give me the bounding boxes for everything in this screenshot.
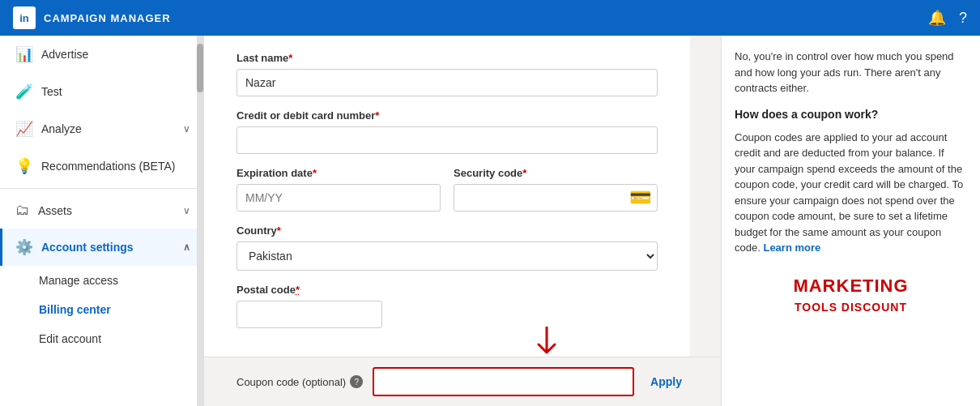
postal-code-label: Postal code* [236, 284, 658, 296]
account-settings-chevron-icon: ∧ [183, 241, 190, 253]
arrow-down-indicator [530, 327, 563, 365]
form-panel: Last name* Credit or debit card number* [204, 36, 690, 357]
security-code-wrapper: 💳 [454, 184, 658, 212]
form-and-coupon: Last name* Credit or debit card number* [204, 36, 721, 406]
linkedin-logo: in [13, 6, 36, 29]
postal-code-input[interactable] [236, 301, 382, 328]
main-layout: 📊 Advertise 🧪 Test 📈 Analyze ∨ 💡 Recomme… [0, 36, 980, 406]
last-name-group: Last name* [236, 52, 658, 96]
sidebar-item-assets[interactable]: 🗂 Assets ∨ [0, 192, 203, 229]
edit-account-label: Edit account [39, 332, 101, 345]
recommendations-icon: 💡 [15, 157, 33, 175]
sidebar-subitem-manage-access[interactable]: Manage access [0, 266, 203, 295]
expiration-group: Expiration date* [236, 167, 441, 212]
info-how-title: How does a coupon work? [735, 106, 967, 123]
assets-chevron-icon: ∨ [183, 205, 190, 216]
sidebar-label-account-settings: Account settings [41, 241, 134, 254]
sidebar-label-recommendations: Recommendations (BETA) [41, 160, 175, 173]
security-code-label: Security code* [454, 167, 658, 179]
sidebar-label-test: Test [41, 85, 62, 98]
account-settings-icon: ⚙️ [15, 238, 33, 256]
help-icon[interactable]: ? [959, 10, 967, 27]
expiration-label: Expiration date* [236, 167, 441, 179]
expiration-input[interactable] [236, 184, 441, 212]
top-navigation: in CAMPAIGN MANAGER 🔔 ? [0, 0, 980, 36]
apply-button[interactable]: Apply [644, 375, 688, 388]
security-code-input[interactable] [454, 184, 658, 212]
card-number-group: Credit or debit card number* [236, 109, 658, 154]
notification-icon[interactable]: 🔔 [928, 9, 946, 27]
app-title: CAMPAIGN MANAGER [44, 12, 171, 24]
marketing-badge: MARKETING TOOLS DISCOUNT [735, 272, 967, 316]
content-area: Last name* Credit or debit card number* [204, 36, 980, 406]
scrollbar-thumb[interactable] [197, 44, 203, 92]
sidebar-subitem-billing-center[interactable]: Billing center [0, 295, 203, 324]
sidebar-item-test[interactable]: 🧪 Test [0, 73, 203, 110]
learn-more-link[interactable]: Learn more [763, 241, 820, 254]
sidebar: 📊 Advertise 🧪 Test 📈 Analyze ∨ 💡 Recomme… [0, 36, 204, 406]
sidebar-divider [0, 188, 203, 189]
coupon-code-input[interactable] [373, 367, 634, 396]
sidebar-subitem-edit-account[interactable]: Edit account [0, 324, 203, 353]
analyze-chevron-icon: ∨ [183, 123, 190, 135]
coupon-input-wrapper [373, 367, 634, 396]
topnav-left: in CAMPAIGN MANAGER [13, 6, 171, 29]
expiry-security-row: Expiration date* Security code* 💳 [236, 167, 658, 224]
sidebar-item-account-settings[interactable]: ⚙️ Account settings ∧ [0, 229, 203, 266]
info-panel: No, you're in control over how much you … [721, 36, 980, 406]
manage-access-label: Manage access [39, 274, 118, 287]
test-icon: 🧪 [15, 83, 33, 100]
coupon-bar: Coupon code (optional) ? Apply [204, 357, 721, 406]
coupon-label: Coupon code (optional) ? [236, 375, 363, 388]
advertise-icon: 📊 [15, 45, 33, 63]
sidebar-label-advertise: Advertise [41, 48, 88, 61]
card-number-input[interactable] [236, 126, 658, 154]
assets-icon: 🗂 [15, 202, 30, 219]
marketing-line2: TOOLS DISCOUNT [735, 299, 967, 316]
marketing-line1: MARKETING [735, 272, 967, 299]
topnav-right: 🔔 ? [928, 9, 967, 27]
card-cvv-icon: 💳 [629, 187, 651, 208]
sidebar-item-recommendations[interactable]: 💡 Recommendations (BETA) [0, 147, 203, 185]
info-intro-text: No, you're in control over how much you … [735, 49, 967, 96]
last-name-label: Last name* [236, 52, 658, 64]
country-select[interactable]: Pakistan United States United Kingdom Ca… [236, 241, 658, 271]
sidebar-item-advertise[interactable]: 📊 Advertise [0, 36, 203, 73]
security-code-group: Security code* 💳 [454, 167, 658, 212]
coupon-help-icon[interactable]: ? [350, 375, 363, 388]
sidebar-label-assets: Assets [38, 204, 72, 217]
sidebar-item-analyze[interactable]: 📈 Analyze ∨ [0, 110, 203, 147]
scrollbar[interactable] [197, 36, 203, 406]
billing-center-label: Billing center [39, 303, 111, 316]
card-number-label: Credit or debit card number* [236, 109, 658, 122]
country-group: Country* Pakistan United States United K… [236, 224, 658, 271]
postal-code-group: Postal code* [236, 284, 658, 328]
analyze-icon: 📈 [15, 120, 33, 138]
last-name-input[interactable] [236, 69, 658, 96]
sidebar-label-analyze: Analyze [41, 122, 82, 135]
info-how-text: Coupon codes are applied to your ad acco… [735, 130, 967, 256]
country-label: Country* [236, 224, 658, 237]
